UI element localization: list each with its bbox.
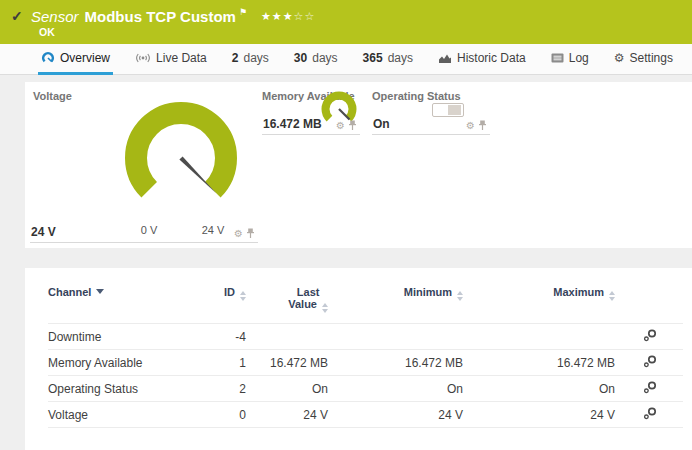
overview-gauge-icon: [41, 51, 55, 65]
tab-30-days-label: days: [312, 51, 337, 65]
cell-max: 16.472 MB: [463, 350, 615, 376]
table-row-downtime[interactable]: Downtime -4: [48, 324, 683, 350]
operating-tile-title: Operating Status: [372, 90, 461, 102]
status-ok-check-icon: ✓: [11, 8, 23, 24]
flag-icon[interactable]: ⚑: [239, 7, 247, 17]
channel-settings-icon[interactable]: [643, 407, 657, 420]
channels-table: Channel ID Last Value Minimum Maximum Do…: [48, 282, 683, 428]
sensor-status-bar: ✓ SensorModbus TCP Custom⚑★★★☆☆ OK: [0, 0, 692, 44]
pin-icon[interactable]: [246, 228, 255, 239]
voltage-scale-max-label: 24 V: [196, 224, 230, 236]
voltage-scale-min-label: 0 V: [134, 224, 164, 236]
column-header-channel[interactable]: Channel: [48, 282, 198, 324]
cell-last: On: [246, 376, 328, 402]
voltage-tile-title: Voltage: [33, 90, 72, 102]
tab-settings[interactable]: ⚙ Settings: [611, 44, 676, 75]
operating-tile-actions: ⚙: [466, 120, 487, 131]
channel-settings-icon[interactable]: [643, 381, 657, 394]
table-row-voltage[interactable]: Voltage 0 24 V 24 V 24 V: [48, 402, 683, 428]
gear-icon[interactable]: ⚙: [466, 121, 475, 131]
tab-historic-data[interactable]: Historic Data: [435, 44, 529, 75]
sort-icon: [609, 291, 615, 301]
voltage-gauge-tile[interactable]: Voltage 0 V 24 V 24 V ⚙: [30, 87, 258, 243]
channel-settings-icon[interactable]: [643, 329, 657, 342]
tab-live-data[interactable]: Live Data: [132, 44, 210, 75]
gauges-panel: Voltage 0 V 24 V 24 V ⚙: [25, 82, 692, 248]
tab-365-days-label: days: [388, 51, 413, 65]
cell-last: 16.472 MB: [246, 350, 328, 376]
gear-icon[interactable]: ⚙: [336, 121, 345, 131]
sort-icon: [322, 303, 328, 313]
table-row-memory-available[interactable]: Memory Available 1 16.472 MB 16.472 MB 1…: [48, 350, 683, 376]
operating-status-switch: [432, 103, 464, 117]
cell-channel[interactable]: Memory Available: [48, 350, 198, 376]
object-kind-label: Sensor: [31, 8, 79, 25]
memory-value: 16.472 MB: [263, 117, 322, 131]
tab-365-days[interactable]: 365 days: [360, 44, 416, 75]
column-header-actions: [615, 282, 683, 324]
sensor-status-text: OK: [39, 26, 55, 38]
tab-2-days-number: 2: [232, 51, 239, 65]
cell-channel[interactable]: Voltage: [48, 402, 198, 428]
tab-overview-label: Overview: [60, 51, 110, 65]
tab-2-days[interactable]: 2 days: [229, 44, 272, 75]
cell-min: 16.472 MB: [328, 350, 463, 376]
pin-icon[interactable]: [348, 120, 357, 131]
channels-table-header-row: Channel ID Last Value Minimum Maximum: [48, 282, 683, 324]
prtg-sensor-page: ✓ SensorModbus TCP Custom⚑★★★☆☆ OK Overv…: [0, 0, 692, 450]
cell-max: [463, 324, 615, 350]
tab-30-days[interactable]: 30 days: [291, 44, 341, 75]
priority-stars[interactable]: ★★★☆☆: [261, 10, 315, 22]
cell-id: 0: [198, 402, 246, 428]
tab-365-days-number: 365: [363, 51, 383, 65]
memory-available-tile[interactable]: Memory Available 16.472 MB ⚙: [262, 87, 360, 135]
sort-icon: [240, 291, 246, 301]
table-row-operating-status[interactable]: Operating Status 2 On On On: [48, 376, 683, 402]
priority-stars-filled[interactable]: ★★★: [261, 10, 294, 22]
cell-max: On: [463, 376, 615, 402]
voltage-tile-actions: ⚙: [234, 228, 255, 239]
column-header-minimum[interactable]: Minimum: [328, 282, 463, 324]
channels-table-panel: Channel ID Last Value Minimum Maximum Do…: [25, 268, 692, 450]
tab-bar: Overview Live Data 2 days 30 days 365 da…: [0, 44, 692, 75]
channel-settings-icon[interactable]: [643, 355, 657, 368]
column-header-id[interactable]: ID: [198, 282, 246, 324]
cell-min: [328, 324, 463, 350]
live-data-icon: [135, 52, 151, 64]
column-header-maximum[interactable]: Maximum: [463, 282, 615, 324]
tab-2-days-label: days: [243, 51, 268, 65]
cell-min: On: [328, 376, 463, 402]
cell-channel[interactable]: Downtime: [48, 324, 198, 350]
pin-icon[interactable]: [478, 120, 487, 131]
tab-historic-data-label: Historic Data: [457, 51, 526, 65]
operating-status-tile[interactable]: Operating Status On ⚙: [372, 87, 490, 135]
cell-id: 1: [198, 350, 246, 376]
cell-max: 24 V: [463, 402, 615, 428]
sensor-name: Modbus TCP Custom: [85, 8, 236, 25]
priority-stars-empty[interactable]: ☆☆: [294, 10, 316, 22]
memory-tile-actions: ⚙: [336, 120, 357, 131]
cell-channel[interactable]: Operating Status: [48, 376, 198, 402]
cell-id: 2: [198, 376, 246, 402]
sort-desc-icon: [96, 289, 104, 294]
gear-icon[interactable]: ⚙: [234, 229, 243, 239]
column-header-last-value[interactable]: Last Value: [246, 282, 328, 324]
voltage-gauge: [114, 91, 248, 225]
tab-overview[interactable]: Overview: [38, 44, 113, 75]
cell-last: 24 V: [246, 402, 328, 428]
cell-min: 24 V: [328, 402, 463, 428]
tab-live-data-label: Live Data: [156, 51, 207, 65]
tab-settings-label: Settings: [630, 51, 673, 65]
overview-content: Voltage 0 V 24 V 24 V ⚙: [0, 75, 692, 450]
voltage-value: 24 V: [31, 225, 56, 239]
sensor-title-line: SensorModbus TCP Custom⚑★★★☆☆: [31, 7, 315, 26]
sort-icon: [457, 291, 463, 301]
settings-gear-icon: ⚙: [614, 51, 625, 65]
tab-30-days-number: 30: [294, 51, 307, 65]
tab-log-label: Log: [569, 51, 589, 65]
cell-last: [246, 324, 328, 350]
tab-log[interactable]: Log: [548, 44, 592, 75]
historic-data-chart-icon: [438, 53, 452, 64]
cell-id: -4: [198, 324, 246, 350]
operating-status-switch-knob: [448, 105, 461, 115]
